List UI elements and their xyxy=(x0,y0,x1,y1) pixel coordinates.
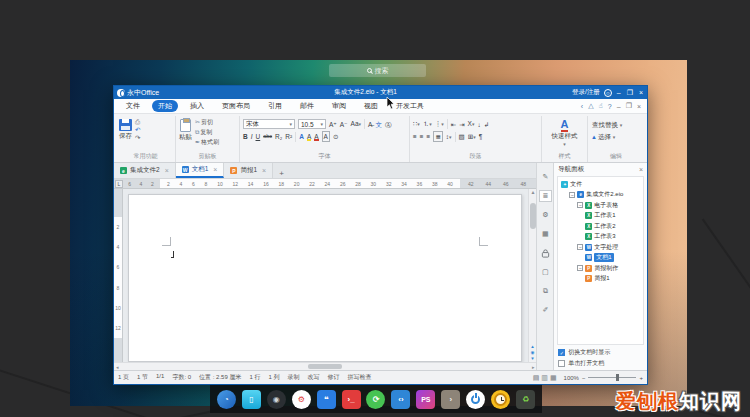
menu-tab[interactable]: 邮件 xyxy=(294,100,320,112)
decrease-indent-button[interactable]: ⇤ xyxy=(451,120,456,129)
doc-tab[interactable]: W文档1× xyxy=(176,163,225,178)
status-segment[interactable]: 1 页 xyxy=(118,373,129,382)
text-editor-icon[interactable]: ❝ xyxy=(317,390,336,409)
shutdown-icon[interactable] xyxy=(466,390,485,409)
subscript-button[interactable]: R₂ xyxy=(275,132,282,141)
scroll-up-icon[interactable]: ▲ xyxy=(530,189,535,195)
paste-button[interactable]: 粘贴 xyxy=(179,117,192,142)
quick-style-button[interactable]: A 快速样式 ▾ xyxy=(552,117,578,147)
tree-expander-icon[interactable]: − xyxy=(577,244,583,250)
scroll-right-icon[interactable]: ▸ xyxy=(532,364,535,370)
enclose-character-button[interactable]: ⊙ xyxy=(333,132,338,141)
phpstorm-icon[interactable]: PS xyxy=(416,390,435,409)
share-icon[interactable]: △ xyxy=(588,102,593,110)
numbering-button[interactable]: ⒈▾ xyxy=(423,119,432,129)
checkbox-show-on-switch[interactable]: ✓ 切换文档时显示 xyxy=(558,348,643,357)
hscroll-thumb[interactable] xyxy=(308,364,342,369)
borders-button[interactable]: ⊞▾ xyxy=(468,132,476,142)
status-segment[interactable]: 位置 : 2.59 厘米 xyxy=(199,373,241,382)
zoom-slider[interactable] xyxy=(588,377,636,378)
menu-tab[interactable]: 开发工具 xyxy=(390,100,430,112)
shading-button[interactable]: ▨ xyxy=(459,132,465,141)
clear-format-button[interactable]: A̶ xyxy=(368,120,372,129)
settings-sliders-icon[interactable]: ⚙ xyxy=(539,209,552,221)
menu-tab[interactable]: 视图 xyxy=(358,100,384,112)
font-size-select[interactable]: 10.5▾ xyxy=(298,119,326,129)
align-center-button[interactable]: ≡ xyxy=(420,132,424,141)
status-segment[interactable]: 拼写检查 xyxy=(347,373,371,382)
protect-lock-icon[interactable] xyxy=(539,247,552,259)
menu-tab[interactable]: 插入 xyxy=(184,100,210,112)
view-print-layout-icon[interactable]: ▤ xyxy=(533,374,540,382)
grow-font-button[interactable]: A⁺ xyxy=(329,120,337,129)
menu-tab[interactable]: 审阅 xyxy=(326,100,352,112)
document-page[interactable] xyxy=(128,194,522,362)
doc-tab[interactable]: e集成文件2× xyxy=(114,163,176,178)
justify-button[interactable]: ≣ xyxy=(433,131,442,142)
tree-item[interactable]: W文档1 xyxy=(558,253,643,264)
minimize-button[interactable]: – xyxy=(616,89,622,96)
sort-button[interactable]: ↓ xyxy=(477,120,480,129)
close-tab-icon[interactable]: × xyxy=(165,167,169,174)
vertical-scrollbar[interactable]: ▲ xyxy=(528,189,536,362)
vscroll-thumb[interactable] xyxy=(530,203,536,229)
camera-app-icon[interactable]: ◉ xyxy=(267,390,286,409)
doc-tab[interactable]: P简报1× xyxy=(224,163,273,178)
tree-item[interactable]: P简报1 xyxy=(558,274,643,285)
zoom-slider-thumb[interactable] xyxy=(616,374,619,381)
wordart-button[interactable]: A xyxy=(299,132,304,141)
nav-panel-close-icon[interactable]: × xyxy=(639,166,643,173)
change-case-button[interactable]: Aa▾ xyxy=(351,119,361,129)
status-segment[interactable]: 1 节 xyxy=(137,373,148,382)
close-tab-icon[interactable]: × xyxy=(262,167,266,174)
line-spacing-button[interactable]: ↕▾ xyxy=(446,132,452,142)
app-store-icon[interactable]: ⟳ xyxy=(366,390,385,409)
view-web-layout-icon[interactable]: ▥ xyxy=(541,374,548,382)
asian-layout-button[interactable]: X▾ xyxy=(468,119,475,129)
close-button[interactable]: × xyxy=(638,89,644,96)
print-button[interactable]: ⎙ xyxy=(135,118,140,125)
format-painter-button[interactable]: ✒格式刷 xyxy=(195,138,219,147)
status-segment[interactable]: 字数: 0 xyxy=(172,373,191,382)
status-segment[interactable]: 修订 xyxy=(327,373,339,382)
doc-minimize-button[interactable]: – xyxy=(617,103,621,110)
font-name-select[interactable]: 宋体▾ xyxy=(243,119,295,129)
zoom-out-button[interactable]: − xyxy=(582,375,586,381)
undo-button[interactable]: ↶ xyxy=(135,126,140,133)
tree-item[interactable]: −X电子表格 xyxy=(558,200,643,211)
redo-button[interactable]: ↷ xyxy=(135,134,140,141)
align-left-button[interactable]: ≡ xyxy=(413,132,417,141)
window-titlebar[interactable]: 永中Office 集成文件2.eio - 文档1 登录/注册 ☺ – ❐ × xyxy=(114,86,647,99)
desktop-search-pill[interactable]: 搜索 xyxy=(329,64,426,77)
copies-icon[interactable]: ⧉ xyxy=(539,285,552,297)
tree-item[interactable]: X工作表2 xyxy=(558,221,643,232)
login-register-link[interactable]: 登录/注册 xyxy=(572,88,600,97)
italic-button[interactable]: I xyxy=(251,132,253,141)
status-segment[interactable]: 1/1 xyxy=(156,373,164,382)
file-manager-icon[interactable]: ▯ xyxy=(242,390,261,409)
menu-tab[interactable]: 文件 xyxy=(120,100,146,112)
horizontal-scrollbar[interactable]: ◂ ▸ xyxy=(114,362,536,370)
font-color-button[interactable]: A xyxy=(314,132,318,141)
checkbox-single-click-open[interactable]: 单击打开文档 xyxy=(558,359,643,368)
compose-icon[interactable]: ✐ xyxy=(539,304,552,316)
vertical-ruler[interactable]: 24681012 xyxy=(114,189,123,362)
character-shading-button[interactable]: A xyxy=(322,131,330,142)
tree-item[interactable]: −e集成文件2.eio xyxy=(558,190,643,201)
tree-item[interactable]: X工作表3 xyxy=(558,232,643,243)
trash-icon[interactable]: ♻ xyxy=(516,390,535,409)
tree-expander-icon[interactable]: − xyxy=(577,265,583,271)
copy-button[interactable]: ⧉复制 xyxy=(195,128,219,137)
tree-item[interactable]: −P简报制作 xyxy=(558,263,643,274)
wine-app-icon[interactable]: › xyxy=(441,390,460,409)
bold-button[interactable]: B xyxy=(243,132,248,141)
terminal-icon[interactable]: ›_ xyxy=(342,390,361,409)
control-center-icon[interactable]: ⚙ xyxy=(292,390,311,409)
underline-button[interactable]: U xyxy=(256,132,261,141)
save-button[interactable]: 保存 xyxy=(119,117,132,141)
select-button[interactable]: ▲选择 ▾ xyxy=(591,133,622,142)
shrink-font-button[interactable]: A⁻ xyxy=(340,120,348,129)
character-border-button[interactable]: Ⓐ xyxy=(385,120,392,129)
menu-tab[interactable]: 开始 xyxy=(152,100,178,112)
tree-item[interactable]: −W文字处理 xyxy=(558,242,643,253)
